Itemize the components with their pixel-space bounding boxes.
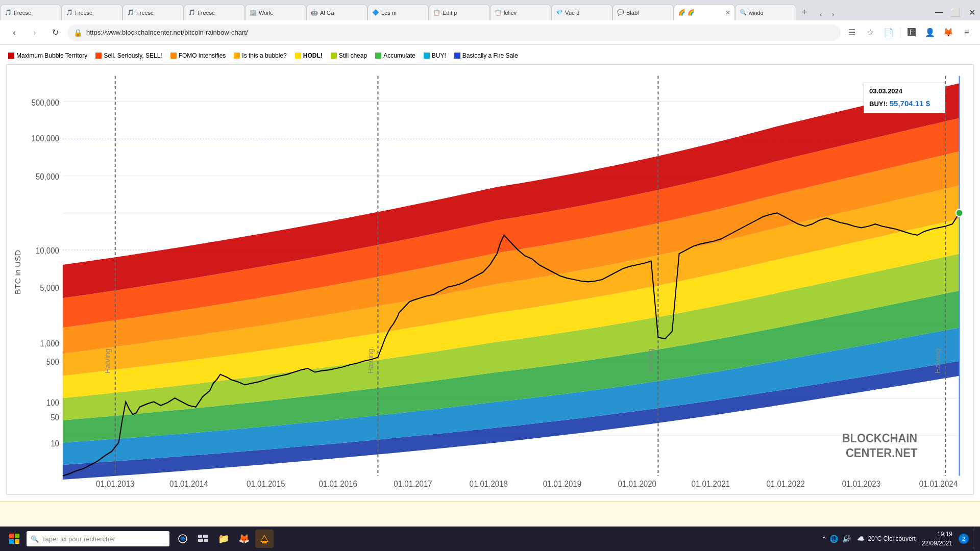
svg-rect-23 bbox=[262, 542, 267, 543]
tab-bar: 🎵 Freesc 🎵 Freesc 🎵 Freesc 🎵 Freesc 🏢 Wo… bbox=[0, 0, 980, 20]
tab-12-active[interactable]: 🌈 🌈 ✕ bbox=[674, 4, 735, 20]
bottom-area bbox=[0, 501, 980, 527]
y-label-500: 500 bbox=[46, 358, 60, 366]
taskbar-files-icon[interactable]: 📁 bbox=[214, 530, 233, 548]
tab-3-icon: 🎵 bbox=[127, 9, 134, 16]
tab-13-label: windo bbox=[749, 10, 764, 16]
tab-10[interactable]: 💎 Vue d bbox=[551, 4, 612, 20]
taskbar-search[interactable]: 🔍 Taper ici pour rechercher bbox=[27, 531, 169, 546]
tab-5[interactable]: 🏢 Work: bbox=[245, 4, 306, 20]
toolbar-right: ☰ ☆ 📄 🅿 👤 🦊 ≡ bbox=[845, 26, 974, 40]
reader-view-icon[interactable]: 📄 bbox=[881, 26, 896, 40]
legend-dot-sell bbox=[95, 53, 102, 59]
taskbar-vlc-icon[interactable] bbox=[255, 530, 274, 548]
tab-4-icon: 🎵 bbox=[188, 9, 195, 16]
bookmark-list-icon[interactable]: ☰ bbox=[845, 26, 859, 40]
svg-rect-10 bbox=[9, 534, 14, 538]
y-label-5k: 5,000 bbox=[40, 283, 59, 292]
legend-item-buy: BUY! bbox=[424, 52, 446, 59]
system-tray: ^ 🌐 🔊 bbox=[823, 535, 851, 543]
search-placeholder-text: Taper ici pour rechercher bbox=[42, 535, 115, 543]
tab-13-icon: 🔍 bbox=[740, 9, 747, 16]
tab-9-icon: 📋 bbox=[495, 9, 502, 16]
profile-icon[interactable]: 👤 bbox=[923, 26, 937, 40]
legend-dot-accumulate bbox=[375, 53, 381, 59]
search-icon: 🔍 bbox=[31, 535, 39, 543]
task-view-icon bbox=[198, 535, 208, 543]
legend-dot-firesale bbox=[454, 53, 460, 59]
menu-icon[interactable]: ≡ bbox=[960, 26, 974, 40]
new-tab-button[interactable]: + bbox=[796, 4, 813, 20]
tab-4[interactable]: 🎵 Freesc bbox=[184, 4, 245, 20]
restore-button[interactable]: ⬜ bbox=[947, 4, 964, 20]
legend-label-hodl: HODL! bbox=[303, 52, 323, 59]
legend-label-sell: Sell. Seriously, SELL! bbox=[104, 52, 162, 59]
tab-1-label: Freesc bbox=[14, 10, 31, 16]
tab-11-icon: 💬 bbox=[617, 9, 624, 16]
legend-item-firesale: Basically a Fire Sale bbox=[454, 52, 518, 59]
tab-12-close[interactable]: ✕ bbox=[725, 9, 730, 16]
pocket-icon[interactable]: 🅿 bbox=[904, 26, 919, 40]
tab-5-label: Work: bbox=[259, 10, 274, 16]
reload-button[interactable]: ↻ bbox=[47, 24, 63, 41]
tooltip-value: BUY!: 55,704.11 $ bbox=[869, 97, 940, 110]
tray-speaker-icon[interactable]: 🔊 bbox=[842, 535, 851, 543]
chart-container: Maximum Bubble Territory Sell. Seriously… bbox=[0, 45, 980, 501]
tab-7[interactable]: 🔷 Les m bbox=[368, 4, 429, 20]
tooltip-date: 03.03.2024 bbox=[869, 86, 940, 97]
close-button[interactable]: ✕ bbox=[964, 4, 980, 20]
tab-1[interactable]: 🎵 Freesc bbox=[0, 4, 61, 20]
taskbar-firefox-icon[interactable]: 🦊 bbox=[235, 530, 253, 548]
watermark-line1: BLOCKCHAIN bbox=[842, 432, 918, 445]
tab-11[interactable]: 💬 Blabl bbox=[612, 4, 674, 20]
minimize-button[interactable]: — bbox=[931, 4, 947, 20]
legend-item-hodl: HODL! bbox=[295, 52, 323, 59]
tab-3[interactable]: 🎵 Freesc bbox=[122, 4, 184, 20]
url-text: https://www.blockchaincenter.net/bitcoin… bbox=[86, 29, 248, 36]
taskbar-cortana-icon[interactable] bbox=[174, 530, 192, 548]
forward-button[interactable]: › bbox=[27, 24, 43, 41]
legend-item-accumulate: Accumulate bbox=[375, 52, 415, 59]
legend-label-accumulate: Accumulate bbox=[383, 52, 415, 59]
bookmark-star-icon[interactable]: ☆ bbox=[863, 26, 877, 40]
svg-rect-13 bbox=[15, 539, 19, 544]
taskbar-taskview-icon[interactable] bbox=[194, 530, 212, 548]
weather-text: 20°C Ciel couvert bbox=[868, 535, 916, 542]
tab-6[interactable]: 🤖 Al Ga bbox=[306, 4, 368, 20]
tab-scroll-right[interactable]: › bbox=[827, 8, 839, 20]
chart-wrapper: 500,000 100,000 50,000 10,000 5,000 1,00… bbox=[6, 64, 974, 495]
start-button[interactable] bbox=[4, 529, 24, 549]
vlc-icon bbox=[259, 534, 270, 544]
tab-10-icon: 💎 bbox=[556, 9, 563, 16]
tab-2[interactable]: 🎵 Freesc bbox=[61, 4, 122, 20]
address-bar[interactable]: 🔒 https://www.blockchaincenter.net/bitco… bbox=[67, 24, 841, 41]
tab-8[interactable]: 📋 Edit p bbox=[429, 4, 490, 20]
legend-item-bubble2: Is this a bubble? bbox=[234, 52, 286, 59]
tab-3-label: Freesc bbox=[136, 10, 154, 16]
svg-rect-16 bbox=[198, 535, 202, 538]
tab-5-icon: 🏢 bbox=[250, 9, 257, 16]
tab-9[interactable]: 📋 leliev bbox=[490, 4, 551, 20]
y-label-50k: 50,000 bbox=[36, 172, 59, 181]
tab-scroll-left[interactable]: ‹ bbox=[815, 8, 827, 20]
legend-dot-hodl bbox=[295, 53, 301, 59]
x-label-2018: 01.01.2018 bbox=[470, 480, 508, 488]
tab-6-label: Al Ga bbox=[320, 10, 334, 16]
back-button[interactable]: ‹ bbox=[6, 24, 22, 41]
watermark-line2: CENTER.NET bbox=[846, 447, 917, 460]
tab-7-icon: 🔷 bbox=[372, 9, 379, 16]
taskbar-clock[interactable]: 19:19 22/09/2021 bbox=[922, 530, 952, 548]
legend-item-bubble: Maximum Bubble Territory bbox=[8, 52, 87, 59]
show-desktop-button[interactable] bbox=[973, 529, 976, 549]
y-axis-title: BTC in USD bbox=[14, 250, 22, 294]
taskbar: 🔍 Taper ici pour rechercher 📁 🦊 bbox=[0, 527, 980, 551]
tooltip-label: BUY!: bbox=[869, 100, 888, 108]
tab-4-label: Freesc bbox=[198, 10, 215, 16]
tab-12-icon: 🌈 bbox=[678, 9, 685, 16]
notification-badge[interactable]: 2 bbox=[959, 534, 969, 544]
fox-icon[interactable]: 🦊 bbox=[941, 26, 955, 40]
y-label-100k: 100,000 bbox=[31, 134, 59, 142]
tab-13[interactable]: 🔍 windo bbox=[735, 4, 796, 20]
tray-network-icon[interactable]: 🌐 bbox=[829, 535, 838, 543]
tray-expand-icon[interactable]: ^ bbox=[823, 535, 826, 542]
